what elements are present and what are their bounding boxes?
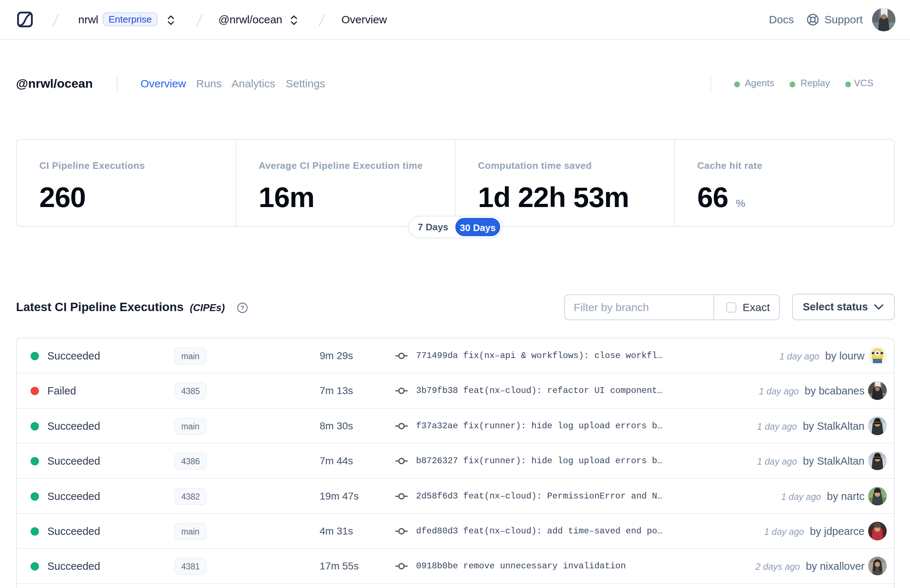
svg-text:?: ? xyxy=(241,305,244,312)
